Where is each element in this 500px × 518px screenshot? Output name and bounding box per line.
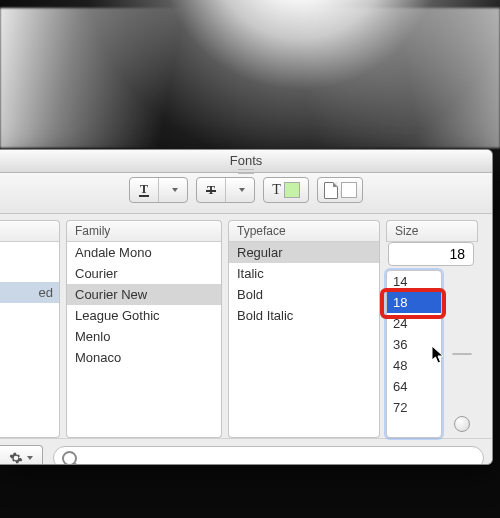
size-item[interactable]: 48 <box>387 355 441 376</box>
slider-thumb[interactable] <box>454 416 470 432</box>
typeface-column: Typeface RegularItalicBoldBold Italic <box>228 220 380 438</box>
window-title: Fonts <box>230 153 263 168</box>
size-item[interactable]: 14 <box>387 271 441 292</box>
action-menu-button[interactable] <box>0 445 43 465</box>
titlebar-grip[interactable] <box>238 169 254 174</box>
underline-button[interactable]: T <box>129 177 188 203</box>
size-item[interactable]: 64 <box>387 376 441 397</box>
mountain-ridge <box>0 8 500 148</box>
family-list[interactable]: Andale MonoCourierCourier NewLeague Goth… <box>66 242 222 438</box>
family-item[interactable]: Courier <box>67 263 221 284</box>
family-header: Family <box>66 220 222 242</box>
text-color-swatch <box>284 182 300 198</box>
size-header: Size <box>386 220 478 242</box>
document-color-button[interactable] <box>317 177 363 203</box>
document-color-swatch <box>341 182 357 198</box>
typeface-item[interactable]: Bold Italic <box>229 305 379 326</box>
strikethrough-menu[interactable] <box>226 178 254 202</box>
search-icon <box>62 451 77 466</box>
strikethrough-icon: T <box>207 183 215 198</box>
window-titlebar[interactable]: Fonts <box>0 150 492 173</box>
collection-list[interactable]: ed <box>0 242 60 438</box>
typeface-list[interactable]: RegularItalicBoldBold Italic <box>228 242 380 438</box>
size-column: Size 14182436486472 <box>386 220 478 438</box>
typeface-item[interactable]: Italic <box>229 263 379 284</box>
page-icon <box>324 182 338 199</box>
family-item[interactable]: Courier New <box>67 284 221 305</box>
size-item[interactable]: 72 <box>387 397 441 418</box>
typeface-item[interactable]: Bold <box>229 284 379 305</box>
family-item[interactable]: Menlo <box>67 326 221 347</box>
columns-area: ed Family Andale MonoCourierCourier NewL… <box>0 214 492 438</box>
size-slider[interactable] <box>452 270 472 438</box>
text-color-icon: T <box>272 182 281 198</box>
underline-icon: T <box>139 183 149 197</box>
family-item[interactable]: Andale Mono <box>67 242 221 263</box>
chevron-down-icon <box>239 188 245 192</box>
effects-toolbar: T T T <box>0 173 492 214</box>
size-item[interactable]: 36 <box>387 334 441 355</box>
collection-header <box>0 220 60 242</box>
typeface-header: Typeface <box>228 220 380 242</box>
chevron-down-icon <box>27 456 33 460</box>
chevron-down-icon <box>172 188 178 192</box>
search-field[interactable] <box>53 446 484 465</box>
collection-item-truncated[interactable]: ed <box>0 282 59 303</box>
family-column: Family Andale MonoCourierCourier NewLeag… <box>66 220 222 438</box>
size-controls: 14182436486472 <box>386 242 478 438</box>
slider-track <box>452 353 472 355</box>
typeface-item[interactable]: Regular <box>229 242 379 263</box>
family-item[interactable]: Monaco <box>67 347 221 368</box>
search-input[interactable] <box>83 450 475 465</box>
size-input[interactable] <box>388 242 474 266</box>
underline-menu[interactable] <box>159 178 187 202</box>
size-list[interactable]: 14182436486472 <box>386 270 442 438</box>
gear-icon <box>9 451 23 465</box>
size-item[interactable]: 24 <box>387 313 441 334</box>
bottom-bar <box>0 438 492 465</box>
family-item[interactable]: League Gothic <box>67 305 221 326</box>
size-item[interactable]: 18 <box>387 292 441 313</box>
strikethrough-button[interactable]: T <box>196 177 255 203</box>
fonts-panel: Fonts T T T ed <box>0 149 493 465</box>
collection-column: ed <box>0 220 60 438</box>
text-color-button[interactable]: T <box>263 177 309 203</box>
